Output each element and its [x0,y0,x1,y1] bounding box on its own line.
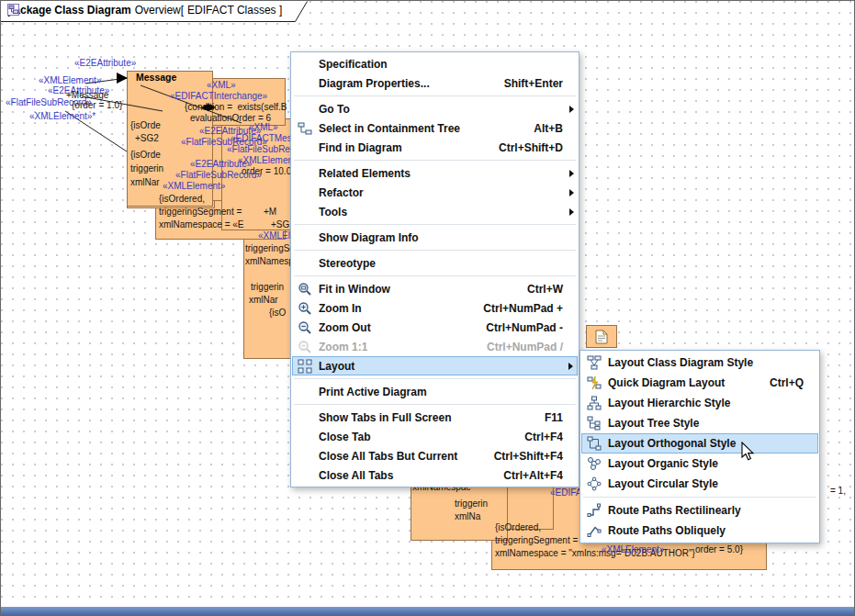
route-rectilinear-icon [583,503,605,518]
menu-item-label: Route Paths Obliquely [608,524,726,537]
menu-separator [292,401,578,408]
menu-separator [292,221,578,228]
menu-separator [292,273,578,279]
submenu-arrow-icon [563,208,574,216]
diagram-text: +SG2 [135,133,159,143]
diagram-text: {isOrdered, [159,194,205,204]
menu-item-select-in-containment-tree[interactable]: Select in Containment TreeAlt+B [292,118,578,138]
menu-item-show-tabs-in-full-screen[interactable]: Show Tabs in Full ScreenF11 [292,408,578,427]
class-diagram-icon [7,4,19,16]
diagram-text: «E2EAttribute» [74,58,136,68]
menu-item-go-to[interactable]: Go To [292,99,578,118]
menu-separator [292,375,578,382]
menu-item-route-paths-rectilinearly[interactable]: Route Paths Rectilinearly [581,500,818,521]
menu-separator [581,494,818,500]
zoom-one-icon [294,340,316,354]
diagram-text: triggerin [130,163,163,174]
layout-quick-icon [583,375,605,390]
submenu-arrow-icon [563,170,574,177]
menu-item-route-paths-obliquely[interactable]: Route Paths Obliquely [581,521,818,541]
diagram-text: «XMLElement» [163,181,225,191]
diagram-text: «FlatFileSubRecord» [181,137,267,147]
menu-item-label: Zoom 1:1 [319,341,367,353]
menu-item-close-all-tabs-but-current[interactable]: Close All Tabs But CurrentCtrl+Shift+F4 [292,446,578,465]
menu-item-label: Diagram Properties... [319,77,430,90]
menu-item-find-in-diagram[interactable]: Find in DiagramCtrl+Shift+D [292,138,578,157]
menu-item-layout-circular-style[interactable]: Layout Circular Style [581,474,818,494]
menu-item-fit-in-window[interactable]: Fit in WindowCtrl+W [292,279,578,298]
menu-item-shortcut: Ctrl+Shift+F4 [481,450,563,463]
tab-title-name: Overview[ [135,4,184,17]
containment-tree-icon [294,121,316,136]
menu-item-quick-diagram-layout[interactable]: Quick Diagram LayoutCtrl+Q [581,373,818,393]
menu-item-close-all-tabs[interactable]: Close All TabsCtrl+Alt+F4 [292,465,578,485]
tab-title-kind: package Class Diagram [7,4,131,17]
menu-item-label: Layout Hierarchic Style [608,397,730,409]
menu-item-label: Related Elements [319,167,411,180]
menu-item-zoom-out[interactable]: Zoom OutCtrl+NumPad - [292,318,578,337]
menu-item-label: Quick Diagram Layout [608,376,725,389]
menu-item-layout-organic-style[interactable]: Layout Organic Style [581,454,818,474]
menu-item-label: Layout Organic Style [608,457,718,470]
diagram-tab[interactable]: package Class Diagram Overview[ EDIFACT … [1,1,313,23]
menu-item-shortcut: Ctrl+W [514,283,563,296]
diagram-text: xmlNar [130,177,160,187]
diagram-text: triggerin [455,498,488,509]
menu-item-label: Layout Orthogonal Style [608,437,736,450]
menu-separator [292,247,578,253]
menu-item-zoom-in[interactable]: Zoom InCtrl+NumPad + [292,298,578,318]
menu-item-show-diagram-info[interactable]: Show Diagram Info [292,228,578,247]
diagram-text: «XML» [207,80,236,90]
menu-separator [292,93,578,99]
diagram-text: «XMLElement» [39,75,101,85]
menu-item-shortcut: Alt+B [521,122,563,135]
tab-title-diagram: EDIFACT Classes ] [187,4,282,17]
page-icon [595,330,608,344]
diagram-text: «E2EAttribute» [199,126,261,136]
menu-item-layout-class-diagram-style[interactable]: Layout Class Diagram Style [581,353,818,373]
menu-item-shortcut: Ctrl+Alt+F4 [490,469,563,482]
route-oblique-icon [583,523,605,538]
menu-item-label: Zoom In [319,302,362,315]
menu-item-layout-orthogonal-style[interactable]: Layout Orthogonal Style [581,433,818,454]
menu-item-print-active-diagram[interactable]: Print Active Diagram [292,382,578,401]
menu-item-label: Close All Tabs But Current [319,450,457,463]
zoom-in-icon [294,301,316,316]
diagram-text: «EDIFACTInterchange» [170,91,267,101]
diagram-text: +M [264,207,276,217]
menu-item-layout-tree-style[interactable]: Layout Tree Style [581,413,818,433]
menu-item-stereotype[interactable]: Stereotype [292,253,578,273]
diagram-text: {isOrde [130,150,161,160]
menu-item-close-tab[interactable]: Close TabCtrl+F4 [292,427,578,446]
menu-item-diagram-properties[interactable]: Diagram Properties...Shift+Enter [292,73,578,93]
menu-item-tools[interactable]: Tools [292,202,578,221]
diagram-element-note[interactable] [586,325,617,348]
layout-submenu: Layout Class Diagram StyleQuick Diagram … [579,350,820,543]
menu-item-label: Show Tabs in Full Screen [319,411,451,424]
menu-item-refactor[interactable]: Refactor [292,183,578,202]
diagram-text: «XMLElement»* [29,111,96,121]
diagram-text: +SG [271,219,289,230]
submenu-arrow-icon [562,363,573,370]
menu-item-label: Refactor [319,186,364,199]
menu-item-specification[interactable]: Specification [292,54,578,73]
layout-orthogonal-icon [583,436,605,451]
menu-item-label: Tools [319,206,347,218]
menu-item-zoom-1-1[interactable]: Zoom 1:1Ctrl+NumPad / [292,337,578,356]
menu-item-layout[interactable]: Layout [292,356,578,375]
diagram-text: triggerin [251,282,284,292]
diagram-text: xmlNar [249,295,278,305]
application-window: «E2EAttribute»«XMLElement»«E2EAttribute»… [0,0,855,616]
fit-window-icon [294,282,316,297]
menu-item-label: Select in Containment Tree [319,122,460,135]
menu-item-shortcut: Ctrl+NumPad + [470,302,563,315]
diagram-text: triggeringSegment = [159,207,244,217]
layout-class-icon [583,355,605,370]
menu-item-layout-hierarchic-style[interactable]: Layout Hierarchic Style [581,393,818,413]
menu-item-label: Find in Diagram [319,141,402,154]
zoom-out-icon [294,320,316,335]
menu-item-related-elements[interactable]: Related Elements [292,163,578,183]
diagram-text: Message [136,73,176,83]
layout-tree-icon [583,416,605,431]
menu-item-label: Layout Class Diagram Style [608,356,753,369]
